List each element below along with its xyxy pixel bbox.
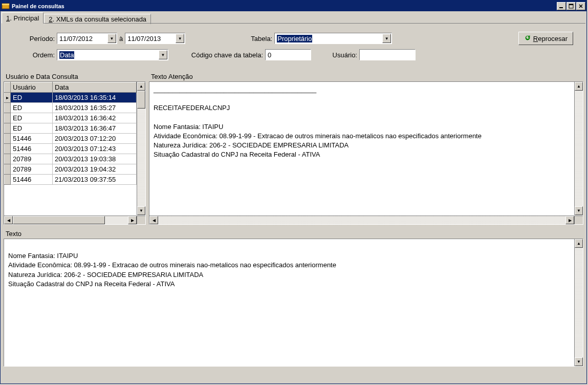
cell-usuario: 51446 [11, 144, 53, 154]
tab-principal-label: . Principal [10, 14, 39, 22]
texto-vscrollbar[interactable]: ▲ ▼ [574, 239, 583, 366]
date-from-value: 11/07/2012 [59, 35, 93, 42]
cell-data: 21/03/2013 09:37:55 [53, 175, 137, 185]
titlebar: Painel de consultas [1, 1, 586, 11]
table-row[interactable]: 2078920/03/2013 19:03:38 [5, 154, 137, 164]
table-row[interactable]: 2078920/03/2013 19:04:32 [5, 164, 137, 175]
ordem-combo[interactable]: Data ▼ [57, 49, 168, 60]
svg-rect-4 [569, 4, 573, 5]
window-controls [557, 2, 585, 10]
row-header[interactable] [5, 93, 11, 103]
date-to-combo[interactable]: 11/07/2013 ▼ [125, 33, 185, 44]
cell-data: 18/03/2013 16:35:27 [53, 103, 137, 113]
scroll-up-icon[interactable]: ▲ [137, 82, 145, 91]
main-window: Painel de consultas 1. Principal 2. XMLs… [0, 0, 587, 384]
reprocessar-label: Reprocesar [533, 35, 568, 42]
window-title: Painel de consultas [12, 3, 557, 9]
left-grid-panel: Usuário e Data Consulta Usuário Data ED1… [4, 72, 146, 225]
ordem-value: Data [59, 51, 74, 59]
cell-data: 20/03/2013 19:04:32 [53, 164, 137, 175]
cell-usuario: 51446 [11, 175, 53, 185]
tab-xmls-key: 2 [49, 15, 52, 23]
usuario-label: Usuário: [311, 51, 357, 59]
grid-vscrollbar[interactable]: ▲ ▼ [137, 82, 145, 215]
row-header[interactable] [5, 134, 11, 144]
right-text-title: Texto Atenção [149, 72, 583, 81]
col-data-header[interactable]: Data [53, 82, 137, 93]
scroll-down-icon[interactable]: ▼ [575, 206, 583, 215]
scroll-corner [574, 216, 583, 224]
scroll-right-icon[interactable]: ▶ [128, 216, 137, 224]
row-header[interactable] [5, 113, 11, 123]
table-row[interactable]: ED18/03/2013 16:36:47 [5, 123, 137, 134]
col-usuario-header[interactable]: Usuário [11, 82, 53, 93]
tabela-value: Proprietário [277, 35, 312, 42]
tab-principal[interactable]: 1. Principal [2, 12, 43, 24]
row-header[interactable] [5, 154, 11, 164]
table-row[interactable]: 5144620/03/2013 07:12:20 [5, 134, 137, 144]
consulta-grid[interactable]: Usuário Data ED18/03/2013 16:35:14ED18/0… [4, 82, 137, 185]
date-to-value: 11/07/2013 [127, 35, 161, 42]
scroll-left-icon[interactable]: ◀ [149, 216, 158, 224]
bottom-text-panel: Texto Nome Fantasia: ITAIPU Atividade Ec… [1, 229, 586, 370]
cell-usuario: ED [11, 123, 53, 134]
tab-xmls-label: . XMLs da consulta selecionada [53, 15, 147, 23]
close-button[interactable] [576, 2, 585, 10]
date-from-combo[interactable]: 11/07/2012 ▼ [57, 33, 117, 44]
scroll-right-icon[interactable]: ▶ [565, 216, 574, 224]
table-row[interactable]: ED18/03/2013 16:35:27 [5, 103, 137, 113]
grid-hscrollbar[interactable]: ◀ ▶ [4, 216, 137, 224]
row-header[interactable] [5, 175, 11, 185]
tabela-label: Tabela: [185, 35, 272, 42]
tab-xmls[interactable]: 2. XMLs da consulta selecionada [44, 14, 151, 24]
table-row[interactable]: 5144621/03/2013 09:37:55 [5, 175, 137, 185]
minimize-button[interactable] [557, 2, 566, 10]
tabela-dropdown-icon[interactable]: ▼ [382, 34, 391, 43]
app-icon [2, 2, 10, 10]
scroll-down-icon[interactable]: ▼ [137, 206, 145, 215]
scroll-up-icon[interactable]: ▲ [575, 82, 583, 91]
table-row[interactable]: 5144620/03/2013 07:12:43 [5, 144, 137, 154]
refresh-icon [524, 34, 531, 43]
codigo-input[interactable]: 0 [265, 49, 311, 60]
scroll-left-icon[interactable]: ◀ [4, 216, 13, 224]
svg-rect-2 [559, 7, 563, 8]
texto-textarea[interactable]: Nome Fantasia: ITAIPU Atividade Econômic… [4, 239, 583, 367]
scroll-corner [137, 216, 145, 224]
cell-data: 18/03/2013 16:36:47 [53, 123, 137, 134]
table-row[interactable]: ED18/03/2013 16:36:42 [5, 113, 137, 123]
row-header[interactable] [5, 123, 11, 134]
grid-corner [5, 82, 11, 93]
cell-usuario: 51446 [11, 134, 53, 144]
scroll-up-icon[interactable]: ▲ [575, 239, 583, 248]
texto-text: Nome Fantasia: ITAIPU Atividade Econômic… [4, 239, 574, 366]
reprocessar-button[interactable]: Reprocesar [518, 32, 573, 45]
scroll-down-icon[interactable]: ▼ [575, 357, 583, 366]
codigo-label: Código chave da tabela: [168, 51, 263, 59]
row-header[interactable] [5, 144, 11, 154]
cell-usuario: 20789 [11, 164, 53, 175]
cell-usuario: ED [11, 93, 53, 103]
atencao-hscrollbar[interactable]: ◀ ▶ [149, 216, 574, 224]
ordem-dropdown-icon[interactable]: ▼ [159, 50, 167, 59]
table-row[interactable]: ED18/03/2013 16:35:14 [5, 93, 137, 103]
content-row: Usuário e Data Consulta Usuário Data ED1… [1, 72, 586, 225]
maximize-button[interactable] [567, 2, 576, 10]
atencao-vscrollbar[interactable]: ▲ ▼ [574, 82, 583, 215]
vscroll-thumb[interactable] [137, 91, 145, 109]
date-to-dropdown-icon[interactable]: ▼ [176, 34, 184, 43]
date-from-dropdown-icon[interactable]: ▼ [107, 34, 116, 43]
atencao-textarea[interactable]: ________________________________________… [149, 81, 583, 225]
hscroll-thumb[interactable] [13, 216, 105, 224]
cell-data: 18/03/2013 16:36:42 [53, 113, 137, 123]
row-header[interactable] [5, 103, 11, 113]
ordem-label: Ordem: [9, 51, 55, 59]
a-label: à [119, 35, 123, 42]
filter-panel: Período: 11/07/2012 ▼ à 11/07/2013 ▼ Tab… [4, 27, 583, 70]
tabela-combo[interactable]: Proprietário ▼ [274, 33, 392, 44]
cell-usuario: ED [11, 113, 53, 123]
row-header[interactable] [5, 164, 11, 175]
svg-rect-1 [2, 4, 9, 5]
cell-data: 20/03/2013 19:03:38 [53, 154, 137, 164]
usuario-input[interactable] [359, 49, 416, 60]
